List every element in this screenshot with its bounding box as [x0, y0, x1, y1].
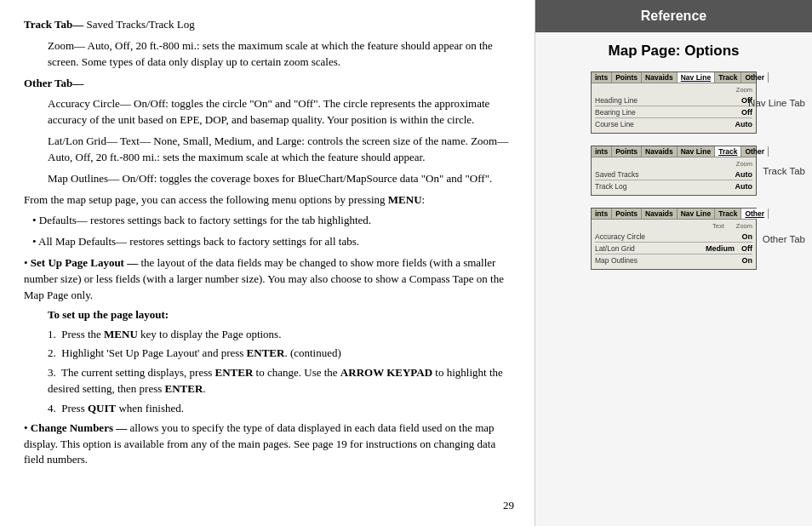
map-outlines-row: Map Outlines On — [595, 254, 752, 266]
track-tab-row: ints Points Navaids Nav Line Track Other… — [535, 146, 812, 196]
tab-navline-ot: Nav Line — [678, 209, 715, 219]
track-content: Zoom Saved Tracks Auto Track Log Auto — [592, 157, 756, 195]
track-tab-heading: Track Tab— — [24, 18, 83, 31]
map-outlines-zoom-val: On — [742, 256, 753, 265]
track-tab-saved: Saved Tracks/Track Log — [86, 18, 194, 31]
saved-tracks-row: Saved Tracks Auto — [595, 169, 752, 180]
step1: 1. Press the MENU key to display the Pag… — [48, 327, 511, 343]
course-line-label: Course Line — [595, 120, 646, 129]
tab-navline-tr: Nav Line — [678, 146, 715, 157]
nav-line-screen: ints Points Navaids Nav Line Track Other… — [591, 71, 757, 134]
right-header: Reference — [535, 0, 812, 32]
lat-lon-grid-zoom-val: Off — [741, 244, 752, 253]
heading-line-row: Heading Line Off — [595, 94, 752, 106]
heading-line-label: Heading Line — [595, 96, 646, 105]
tab-other-ot: Other — [741, 209, 769, 219]
zoom-col-header: Zoom — [736, 222, 752, 230]
course-line-value: Auto — [735, 120, 753, 129]
tab-navaids-tr: Navaids — [642, 146, 678, 157]
accuracy-circle-text: Accuracy Circle— On/Off: toggles the cir… — [48, 96, 511, 129]
other-tab-bar: ints Points Navaids Nav Line Track Other — [592, 209, 756, 220]
text-col-header: Text — [712, 222, 724, 230]
tab-track-ot: Track — [715, 209, 741, 219]
setup-steps: 1. Press the MENU key to display the Pag… — [48, 327, 511, 417]
map-outlines-text: Map Outlines— On/Off: toggles the covera… — [48, 171, 511, 187]
tab-navline-nl: Nav Line — [678, 72, 715, 83]
nav-line-header: Zoom — [595, 86, 752, 94]
tab-ints-tr: ints — [592, 146, 612, 157]
step4: 4. Press QUIT when finished. — [48, 401, 511, 417]
map-outlines-label: Map Outlines — [595, 256, 646, 265]
track-screen: ints Points Navaids Nav Line Track Other… — [591, 146, 757, 196]
lat-lon-grid-text-val: Medium — [706, 244, 735, 253]
bullet1-text: • Defaults— restores settings back to fa… — [32, 213, 511, 229]
page-number: 29 — [503, 498, 514, 514]
tab-ints-ot: ints — [592, 209, 612, 219]
change-numbers-text: • Change Numbers — allows you to specify… — [24, 420, 511, 469]
zoom-header-nl: Zoom — [736, 86, 752, 94]
other-header: Text Zoom — [595, 222, 752, 231]
tab-points-tr: Points — [612, 146, 642, 157]
reference-title: Reference — [641, 9, 706, 23]
lat-lon-grid-text: Lat/Lon Grid— Text— None, Small, Medium,… — [48, 134, 511, 166]
bearing-line-label: Bearing Line — [595, 108, 646, 117]
tab-track-nl: Track — [715, 72, 741, 83]
track-header: Zoom — [595, 160, 752, 169]
saved-tracks-value: Auto — [735, 170, 753, 179]
tab-track-tr: Track — [715, 146, 741, 157]
track-log-value: Auto — [735, 182, 753, 191]
bullet2-text: • All Map Defaults— restores settings ba… — [32, 234, 511, 250]
accuracy-circle-label: Accuracy Circle — [595, 232, 646, 241]
other-tab-row: ints Points Navaids Nav Line Track Other… — [535, 208, 812, 270]
tab-points-ot: Points — [612, 209, 642, 219]
bearing-line-value: Off — [741, 108, 752, 117]
track-tab-zoom: Zoom— Auto, Off, 20 ft.-800 mi.: sets th… — [48, 38, 511, 71]
nav-line-content: Zoom Heading Line Off Bearing Line Off C… — [592, 83, 756, 133]
from-map-setup-text: From the map setup page, you can access … — [24, 192, 511, 209]
track-log-label: Track Log — [595, 182, 646, 191]
saved-tracks-label: Saved Tracks — [595, 170, 646, 179]
accuracy-circle-row: Accuracy Circle On — [595, 231, 752, 243]
nav-line-tab-bar: ints Points Navaids Nav Line Track Other — [592, 72, 756, 83]
step3: 3. The current setting displays, press E… — [48, 365, 511, 397]
tab-navaids-ot: Navaids — [642, 209, 678, 219]
other-tab-heading: Other Tab— — [24, 77, 83, 89]
tab-other-tr: Other — [741, 146, 769, 157]
set-up-page-layout-text: • Set Up Page Layout — the layout of the… — [24, 255, 511, 304]
other-screen: ints Points Navaids Nav Line Track Other… — [591, 208, 757, 270]
nav-line-tab-label: Nav Line Tab — [748, 98, 805, 108]
track-tab-label: Track Tab — [763, 166, 805, 176]
accuracy-circle-zoom-val: On — [742, 232, 753, 241]
other-content: Text Zoom Accuracy Circle On Lat/Lon Gri… — [592, 220, 756, 269]
zoom-header-tr: Zoom — [736, 160, 752, 168]
bearing-line-row: Bearing Line Off — [595, 106, 752, 118]
to-set-up-heading: To set up the page layout: — [48, 308, 169, 321]
tab-other-nl: Other — [741, 72, 769, 83]
track-tab-bar: ints Points Navaids Nav Line Track Other — [592, 146, 756, 157]
tabs-area: ints Points Navaids Nav Line Track Other… — [535, 68, 812, 273]
right-panel: Reference Map Page: Options ints Points … — [535, 0, 812, 526]
tab-ints-nl: ints — [592, 72, 612, 83]
lat-lon-grid-row: Lat/Lon Grid Medium Off — [595, 243, 752, 254]
lat-lon-grid-label: Lat/Lon Grid — [595, 244, 646, 253]
tab-navaids-nl: Navaids — [642, 72, 678, 83]
map-page-title: Map Page: Options — [609, 43, 740, 60]
track-log-row: Track Log Auto — [595, 180, 752, 192]
left-panel: Track Tab— Saved Tracks/Track Log Zoom— … — [0, 0, 535, 526]
step2: 2. Highlight 'Set Up Page Layout' and pr… — [48, 346, 511, 362]
tab-points-nl: Points — [612, 72, 642, 83]
other-tab-label: Other Tab — [763, 234, 805, 244]
nav-line-tab-row: ints Points Navaids Nav Line Track Other… — [535, 71, 812, 134]
course-line-row: Course Line Auto — [595, 118, 752, 130]
